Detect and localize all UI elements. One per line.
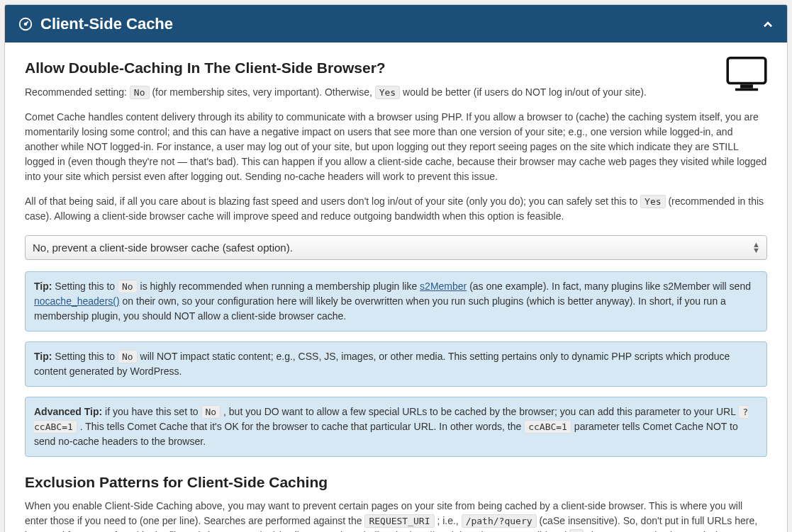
tip2-t2: will NOT impact static content; e.g., CS…: [34, 351, 730, 377]
panel-title-wrap: Client-Side Cache: [18, 12, 173, 35]
ex-c1: REQUEST_URI: [364, 514, 434, 528]
cache-mode-select[interactable]: No, prevent a client-side browser cache …: [25, 235, 767, 260]
tip3-label: Advanced Tip:: [34, 406, 102, 417]
svg-point-1: [25, 23, 27, 25]
panel-header[interactable]: Client-Side Cache: [5, 5, 787, 43]
exclusion-paragraph: When you enable Client-Side Caching abov…: [25, 499, 767, 532]
rec-suffix: would be better (if users do NOT log in/…: [403, 86, 647, 98]
settings-panel: Client-Side Cache Allow Double-Caching I…: [4, 4, 788, 532]
tip2-t1: Setting this to: [52, 351, 118, 362]
tip-box-3: Advanced Tip: if you have this set to No…: [25, 397, 767, 457]
svg-rect-2: [727, 58, 766, 84]
tip-box-2: Tip: Setting this to No will NOT impact …: [25, 341, 767, 387]
s2member-link[interactable]: s2Member: [420, 281, 467, 292]
p2-code-yes: Yes: [640, 195, 665, 208]
exclusion-heading: Exclusion Patterns for Client-Side Cachi…: [25, 471, 767, 494]
chevron-up-icon[interactable]: [762, 18, 774, 30]
nocache-headers-link[interactable]: nocache_headers(): [34, 295, 120, 307]
gauge-icon: [18, 16, 33, 32]
tip1-t3: (as one example). In fact, many plugins …: [467, 281, 751, 292]
tip3-code-no: No: [201, 405, 221, 419]
rec-mid: (for membership sites, very important). …: [152, 86, 374, 98]
rec-prefix: Recommended setting:: [25, 86, 130, 98]
tip1-code-no: No: [118, 280, 138, 293]
svg-rect-4: [735, 89, 758, 91]
ex-c3: *: [569, 529, 584, 532]
double-caching-heading: Allow Double-Caching In The Client-Side …: [25, 57, 767, 79]
p2-pre: All of that being said, if all you care …: [25, 196, 640, 207]
tip-box-1: Tip: Setting this to No is highly recomm…: [25, 271, 767, 332]
tip3-t2: , but you DO want to allow a few special…: [221, 406, 738, 417]
tip2-code-no: No: [118, 350, 138, 363]
tip3-t3: . This tells Comet Cache that it's OK fo…: [77, 421, 524, 432]
svg-rect-3: [740, 84, 753, 88]
rec-code-yes: Yes: [375, 86, 400, 99]
tip3-t1: if you have this set to: [102, 406, 201, 417]
tip2-label: Tip:: [34, 351, 52, 362]
tip1-t2: is highly recommended when running a mem…: [138, 281, 420, 292]
tip1-t4: on their own, so your configuration here…: [34, 295, 726, 322]
panel-title-text: Client-Side Cache: [40, 12, 173, 35]
ex-c2: /path/?query: [462, 514, 537, 528]
tip1-label: Tip:: [34, 281, 52, 292]
rec-code-no: No: [130, 86, 150, 99]
monitor-icon: [726, 57, 767, 96]
panel-body: Allow Double-Caching In The Client-Side …: [5, 43, 787, 532]
cache-mode-select-wrap: No, prevent a client-side browser cache …: [25, 235, 767, 260]
tip1-t1: Setting this to: [52, 281, 118, 292]
recommended-setting-line: Recommended setting: No (for membership …: [25, 85, 767, 100]
explanation-paragraph-1: Comet Cache handles content delivery thr…: [25, 110, 767, 184]
explanation-paragraph-2: All of that being said, if all you care …: [25, 194, 767, 224]
double-caching-section: Allow Double-Caching In The Client-Side …: [25, 57, 767, 532]
ex-t2: ; i.e.,: [435, 515, 462, 526]
tip3-code-param2: ccABC=1: [524, 420, 571, 434]
